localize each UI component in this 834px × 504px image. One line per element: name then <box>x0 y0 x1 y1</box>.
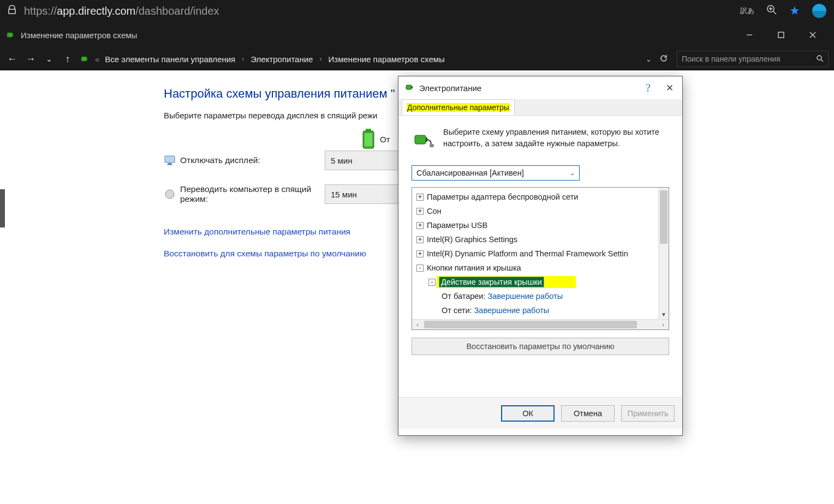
tree-label: Intel(R) Dynamic Platform and Thermal Fr… <box>427 249 628 258</box>
window-title-bar: Изменение параметров схемы <box>0 22 834 48</box>
tree-viewport[interactable]: +Параметры адаптера беспроводной сети +С… <box>412 188 658 319</box>
breadcrumb-root[interactable]: Все элементы панели управления <box>105 55 235 64</box>
restore-plan-defaults-button[interactable]: Восстановить параметры по умолчанию <box>412 338 669 355</box>
up-button[interactable]: ↑ <box>61 53 74 65</box>
svg-rect-12 <box>87 58 88 60</box>
refresh-icon[interactable] <box>659 54 668 64</box>
svg-rect-6 <box>8 34 10 36</box>
svg-line-1 <box>773 11 776 14</box>
dialog-title: Электропитание <box>419 83 481 93</box>
svg-point-13 <box>817 56 821 60</box>
close-button[interactable] <box>797 22 829 48</box>
power-plan-combobox[interactable]: Сбалансированная [Активен] ⌄ <box>412 165 580 181</box>
history-dropdown-icon[interactable]: ⌄ <box>43 55 56 63</box>
help-icon[interactable]: ? <box>646 82 651 94</box>
sleep-dropdown[interactable]: 15 мин <box>325 184 409 204</box>
breadcrumb-level-3[interactable]: Изменение параметров схемы <box>328 55 444 64</box>
svg-rect-17 <box>365 133 372 146</box>
breadcrumb-prefix-chevron: « <box>95 55 99 64</box>
tree-label: Кнопки питания и крышка <box>427 263 521 272</box>
tree-node-sleep[interactable]: +Сон <box>414 204 656 218</box>
back-button[interactable]: ← <box>5 53 19 65</box>
leaf-label: От батареи: <box>442 292 485 301</box>
breadcrumb-dropdown-icon[interactable]: ⌄ <box>646 55 652 63</box>
svg-rect-15 <box>366 129 371 131</box>
url-text[interactable]: https://app.directly.com/dashboard/index <box>24 5 219 17</box>
expand-icon[interactable]: + <box>416 194 424 201</box>
minimize-button[interactable] <box>734 22 765 48</box>
tree-leaf-plugged-in[interactable]: От сети: Завершение работы <box>414 303 656 317</box>
dialog-close-icon[interactable]: ✕ <box>666 82 674 94</box>
tree-label: Параметры USB <box>427 221 487 230</box>
translate-icon[interactable]: 訳あ <box>740 6 754 16</box>
app-icon <box>5 30 15 40</box>
leaf-value[interactable]: Завершение работы <box>474 306 550 315</box>
dialog-description: Выберите схему управления питанием, кото… <box>443 127 669 153</box>
lock-icon <box>8 5 16 17</box>
cancel-button[interactable]: Отмена <box>561 405 615 422</box>
tree-label: Intel(R) Graphics Settings <box>427 235 517 244</box>
profile-avatar[interactable] <box>812 4 826 18</box>
tree-node-wireless[interactable]: +Параметры адаптера беспроводной сети <box>414 190 656 204</box>
ok-button[interactable]: ОК <box>501 405 555 422</box>
chevron-down-icon: ⌄ <box>570 170 575 177</box>
zoom-icon[interactable] <box>766 4 777 18</box>
sleep-icon <box>164 188 180 200</box>
horizontal-scrollbar[interactable]: ‹ › <box>412 319 669 329</box>
leaf-label: От сети: <box>442 306 472 315</box>
change-advanced-settings-link[interactable]: Изменить дополнительные параметры питани… <box>164 227 350 237</box>
button-label: Применить <box>628 409 669 418</box>
tab-advanced-settings[interactable]: Дополнительные параметры <box>402 99 515 115</box>
collapse-icon[interactable]: - <box>428 279 436 286</box>
scroll-thumb[interactable] <box>424 321 637 328</box>
leaf-value[interactable]: Завершение работы <box>487 292 563 301</box>
svg-point-21 <box>165 190 174 199</box>
button-label: ОК <box>522 409 533 418</box>
tree-node-intel-graphics[interactable]: +Intel(R) Graphics Settings <box>414 232 656 247</box>
tree-node-power-buttons-lid[interactable]: -Кнопки питания и крышка <box>414 261 656 275</box>
scroll-down-icon[interactable]: ▼ <box>659 309 669 319</box>
tree-node-usb[interactable]: +Параметры USB <box>414 218 656 232</box>
tree-node-intel-dptf[interactable]: +Intel(R) Dynamic Platform and Thermal F… <box>414 247 656 261</box>
breadcrumb[interactable]: « Все элементы панели управления › Элект… <box>80 54 671 64</box>
button-label: Отмена <box>574 409 602 418</box>
svg-line-14 <box>821 59 823 62</box>
scroll-right-icon[interactable]: › <box>658 320 669 329</box>
button-label: Восстановить параметры по умолчанию <box>466 342 614 351</box>
collapse-icon[interactable]: - <box>416 265 424 272</box>
scroll-left-icon[interactable]: ‹ <box>412 320 423 329</box>
browser-right-controls: 訳あ ★ <box>740 4 826 18</box>
svg-rect-8 <box>778 32 784 38</box>
search-placeholder: Поиск в панели управления <box>682 55 816 63</box>
control-panel-search[interactable]: Поиск в панели управления <box>677 51 829 67</box>
tree-leaf-on-battery[interactable]: От батареи: Завершение работы <box>414 289 656 303</box>
scroll-thumb[interactable] <box>660 190 668 244</box>
vertical-scrollbar[interactable]: ▲ ▼ <box>658 188 669 319</box>
svg-rect-19 <box>168 163 171 164</box>
favorite-star-icon[interactable]: ★ <box>789 4 800 18</box>
dialog-tabstrip: Дополнительные параметры <box>398 99 682 116</box>
content-area: Настройка схемы управления питанием " Вы… <box>0 70 834 504</box>
tree-node-lid-close-action[interactable]: - Действие закрытия крышки <box>414 275 656 289</box>
window-title: Изменение параметров схемы <box>21 31 137 40</box>
tree-label-selected: Действие закрытия крышки <box>439 277 544 287</box>
svg-rect-23 <box>412 86 413 88</box>
svg-rect-22 <box>406 85 412 89</box>
restore-default-plan-link[interactable]: Восстановить для схемы параметры по умол… <box>164 249 366 259</box>
expand-icon[interactable]: + <box>416 222 424 229</box>
expand-icon[interactable]: + <box>416 236 424 243</box>
dialog-title-bar[interactable]: Электропитание ? ✕ <box>398 76 682 99</box>
window-caption-buttons <box>734 22 829 48</box>
expand-icon[interactable]: + <box>416 250 424 257</box>
maximize-button[interactable] <box>765 22 797 48</box>
tree-label: Сон <box>427 207 442 215</box>
dialog-body: Выберите схему управления питанием, кото… <box>398 116 682 397</box>
expand-icon[interactable]: + <box>416 208 424 215</box>
breadcrumb-app-icon <box>80 54 90 64</box>
forward-button[interactable]: → <box>24 53 37 65</box>
svg-rect-24 <box>415 135 426 144</box>
search-icon[interactable] <box>816 55 824 64</box>
turn-off-display-dropdown[interactable]: 5 мин <box>325 151 409 170</box>
breadcrumb-level-2[interactable]: Электропитание <box>251 55 313 64</box>
chevron-right-icon: › <box>319 55 321 63</box>
